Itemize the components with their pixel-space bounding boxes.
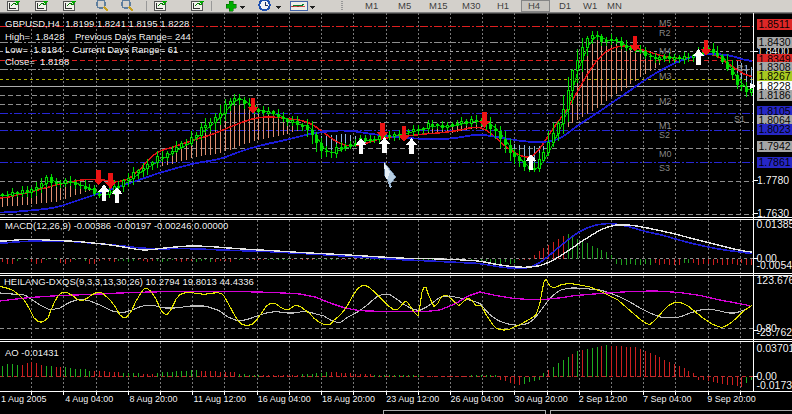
- svg-text:S2: S2: [659, 130, 670, 140]
- svg-text:1.7942: 1.7942: [759, 140, 791, 152]
- svg-text:1.8430: 1.8430: [759, 36, 791, 48]
- svg-text:M2: M2: [659, 96, 672, 106]
- svg-text:0.01385: 0.01385: [757, 218, 792, 230]
- svg-text:Close= 1.8188: Close= 1.8188: [5, 56, 69, 67]
- svg-text:W1: W1: [583, 0, 597, 11]
- svg-text:1.7630: 1.7630: [757, 207, 789, 219]
- svg-text:9 Sep 20:00: 9 Sep 20:00: [707, 394, 756, 404]
- svg-text:1.8023: 1.8023: [759, 123, 791, 135]
- svg-text:30 Aug 20:00: 30 Aug 20:00: [515, 394, 568, 404]
- svg-text:High= 1.8428 Previous Days: High= 1.8428 Previous Days Range= 244: [5, 31, 191, 42]
- svg-text:MN: MN: [607, 0, 622, 11]
- svg-text:7 Sep 04:00: 7 Sep 04:00: [643, 394, 692, 404]
- svg-text:AO -0.01431: AO -0.01431: [5, 347, 59, 358]
- svg-text:8 Aug 20:00: 8 Aug 20:00: [129, 394, 177, 404]
- svg-text:23 Aug 12:00: 23 Aug 12:00: [386, 394, 439, 404]
- svg-text:M0: M0: [659, 149, 672, 159]
- svg-text:-0.01734: -0.01734: [757, 379, 792, 391]
- svg-text:1.8511: 1.8511: [759, 18, 790, 30]
- svg-text:-0.00542: -0.00542: [757, 259, 792, 271]
- svg-text:GBPUSD,H4 1.8199 1.8241 1.819: GBPUSD,H4 1.8199 1.8241 1.8195 1.8228: [5, 18, 189, 29]
- svg-text:0.03701: 0.03701: [757, 342, 792, 354]
- svg-text:M1: M1: [365, 0, 378, 11]
- svg-text:M4: M4: [659, 46, 672, 56]
- svg-text:2 Sep 12:00: 2 Sep 12:00: [579, 394, 628, 404]
- svg-text:R1: R1: [737, 63, 749, 73]
- svg-text:11 Aug 12:00: 11 Aug 12:00: [194, 394, 246, 404]
- svg-text:M5: M5: [398, 0, 411, 11]
- svg-text:1.7780: 1.7780: [757, 174, 789, 186]
- svg-text:1 Aug 2005: 1 Aug 2005: [1, 394, 47, 404]
- svg-text:26 Aug 04:00: 26 Aug 04:00: [450, 394, 503, 404]
- svg-text:4 Aug 04:00: 4 Aug 04:00: [65, 394, 113, 404]
- svg-text:S3: S3: [659, 163, 670, 173]
- svg-text:R2: R2: [659, 28, 671, 38]
- svg-text:H1: H1: [497, 0, 509, 11]
- svg-text:M30: M30: [462, 0, 480, 11]
- svg-text:123.676: 123.676: [757, 274, 792, 286]
- svg-text:S1: S1: [734, 114, 745, 124]
- svg-text:D1: D1: [559, 0, 571, 11]
- svg-text:16 Aug 04:00: 16 Aug 04:00: [258, 394, 311, 404]
- svg-text:M5: M5: [659, 18, 672, 28]
- svg-text:MACD(12,26,9) -0.00386 -0.0019: MACD(12,26,9) -0.00386 -0.00197 -0.00246…: [5, 220, 228, 231]
- svg-text:-23.7622: -23.7622: [757, 326, 792, 338]
- svg-text:HEILANG-DXQS(9,3,3,13,30,26) 1: HEILANG-DXQS(9,3,3,13,30,26) 10.2794 19.…: [4, 276, 254, 287]
- svg-text:18 Aug 20:00: 18 Aug 20:00: [322, 394, 375, 404]
- svg-text:1.8186: 1.8186: [759, 89, 791, 101]
- svg-text:1.7861: 1.7861: [759, 156, 791, 168]
- svg-text:Low= 1.8184 Current Days R: Low= 1.8184 Current Days Range= 61: [5, 44, 178, 55]
- svg-text:M15: M15: [429, 0, 447, 11]
- svg-text:H4: H4: [528, 0, 540, 11]
- svg-text:M3: M3: [659, 71, 672, 81]
